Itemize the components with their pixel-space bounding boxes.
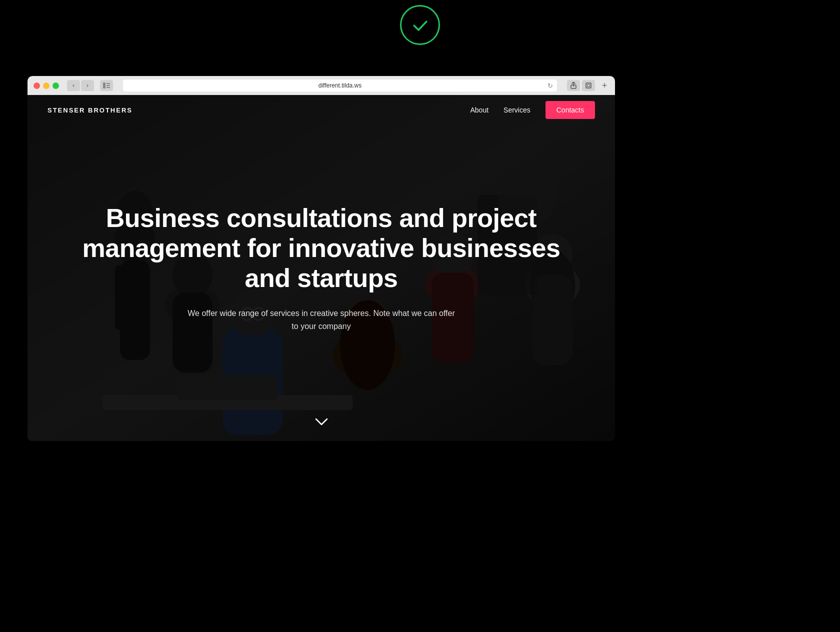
forward-arrow-icon: › bbox=[86, 82, 88, 89]
maximize-button[interactable] bbox=[52, 82, 59, 89]
svg-rect-6 bbox=[588, 84, 590, 87]
traffic-lights bbox=[34, 82, 59, 89]
share-icon bbox=[570, 82, 576, 89]
share-button[interactable] bbox=[567, 80, 580, 91]
nav-contacts-button[interactable]: Contacts bbox=[546, 101, 595, 119]
browser-window: ‹ › different.tilda.ws ↻ bbox=[28, 76, 615, 441]
website-content: STENSER BROTHERS About Services Contacts… bbox=[28, 95, 615, 441]
nav-services-link[interactable]: Services bbox=[504, 106, 530, 114]
svg-rect-3 bbox=[106, 87, 110, 88]
fullscreen-button[interactable] bbox=[582, 80, 595, 91]
svg-rect-1 bbox=[106, 83, 110, 84]
sidebar-toggle-button[interactable] bbox=[100, 80, 113, 91]
nav-links: About Services Contacts bbox=[470, 101, 595, 119]
browser-nav-buttons: ‹ › bbox=[67, 80, 94, 91]
new-tab-button[interactable]: + bbox=[600, 80, 609, 91]
svg-rect-0 bbox=[103, 82, 106, 88]
scroll-down-button[interactable] bbox=[314, 418, 328, 429]
forward-button[interactable]: › bbox=[81, 80, 94, 91]
plus-icon: + bbox=[602, 80, 608, 91]
svg-rect-5 bbox=[586, 83, 591, 88]
site-logo: STENSER BROTHERS bbox=[48, 106, 132, 114]
browser-toolbar: ‹ › different.tilda.ws ↻ bbox=[28, 76, 615, 95]
address-bar[interactable]: different.tilda.ws ↻ bbox=[123, 80, 557, 92]
toolbar-actions bbox=[567, 80, 595, 91]
site-navigation: STENSER BROTHERS About Services Contacts bbox=[28, 95, 615, 125]
minimize-button[interactable] bbox=[43, 82, 50, 89]
back-arrow-icon: ‹ bbox=[72, 82, 74, 89]
url-text: different.tilda.ws bbox=[318, 82, 362, 89]
chevron-down-icon bbox=[314, 418, 328, 426]
close-button[interactable] bbox=[34, 82, 40, 89]
success-indicator bbox=[400, 5, 440, 45]
nav-about-link[interactable]: About bbox=[470, 106, 488, 114]
hero-title: Business consultations and project manag… bbox=[72, 204, 571, 293]
back-button[interactable]: ‹ bbox=[67, 80, 80, 91]
sidebar-icon bbox=[103, 82, 110, 88]
svg-rect-2 bbox=[106, 85, 110, 86]
hero-content: Business consultations and project manag… bbox=[72, 204, 571, 333]
check-circle bbox=[400, 5, 440, 45]
reload-button[interactable]: ↻ bbox=[548, 82, 553, 90]
fullscreen-icon bbox=[586, 82, 592, 88]
hero-subtitle: We offer wide range of services in creat… bbox=[184, 307, 459, 332]
checkmark-icon bbox=[410, 15, 430, 35]
